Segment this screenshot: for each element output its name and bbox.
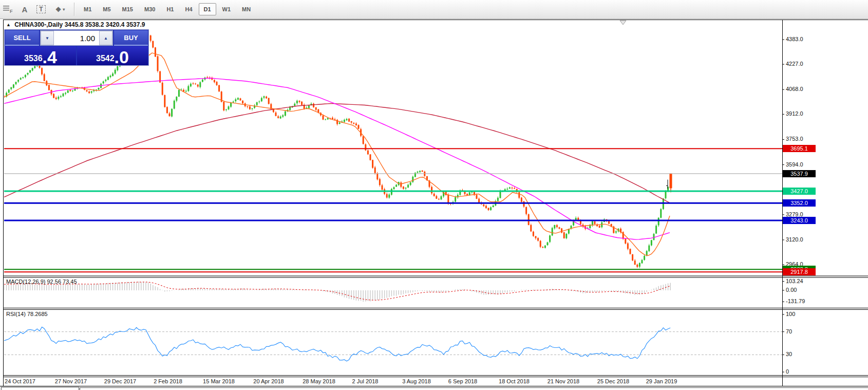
chart-shift-marker-icon[interactable] <box>620 21 626 25</box>
chart-title-text: CHINA300-,Daily 3445.8 3538.2 3420.4 353… <box>14 21 145 28</box>
volume-increase-button[interactable]: ▲ <box>99 31 112 45</box>
ma-mid-line <box>4 78 670 239</box>
buy-button[interactable]: BUY <box>114 30 148 46</box>
latest-candle <box>670 174 672 192</box>
one-click-trading-panel: SELL ▼ 1.00 ▲ BUY 3536 .4 3542 .0 <box>4 29 149 66</box>
horizontal-level-lines[interactable] <box>4 148 782 272</box>
scrollbar-thumb[interactable] <box>1 387 79 390</box>
chart-title: ▲ CHINA300-,Daily 3445.8 3538.2 3420.4 3… <box>6 21 145 28</box>
macd-panel[interactable] <box>4 282 670 302</box>
mt4-window: F A T ❖ ▾ M1M5M15M30H1H4D1W1MN 4383.0422… <box>0 0 868 390</box>
buy-price-display[interactable]: 3542 .0 <box>77 46 148 65</box>
scrollbar-track[interactable] <box>80 387 868 390</box>
rsi-panel[interactable] <box>4 327 782 361</box>
volume-stepper: ▼ 1.00 ▲ <box>40 30 113 46</box>
sell-price-display[interactable]: 3536 .4 <box>5 46 76 65</box>
buy-price-fraction: .0 <box>115 50 129 64</box>
bottom-scroll-strip <box>0 386 868 390</box>
main-price-panel[interactable] <box>4 33 783 272</box>
sell-price-main: 3536 <box>24 54 43 64</box>
rsi-line <box>4 327 670 361</box>
sell-price-fraction: .4 <box>43 50 57 64</box>
sell-button[interactable]: SELL <box>5 30 39 46</box>
volume-input[interactable]: 1.00 <box>54 31 99 45</box>
candlestick-series <box>4 33 669 268</box>
buy-price-main: 3542 <box>96 54 115 64</box>
macd-histogram <box>4 282 670 302</box>
ma-slow-line <box>4 104 670 203</box>
collapse-arrow-icon[interactable]: ▲ <box>6 22 11 27</box>
volume-decrease-button[interactable]: ▼ <box>41 31 54 45</box>
